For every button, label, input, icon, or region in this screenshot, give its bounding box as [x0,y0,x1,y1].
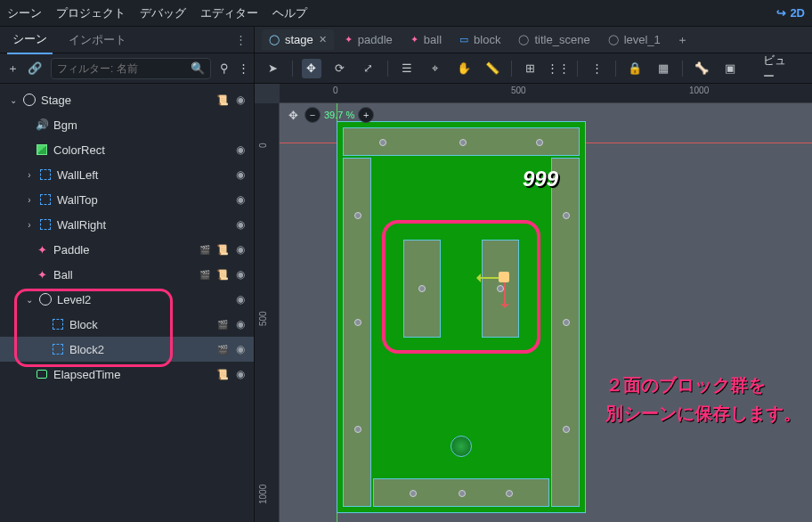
wall-top [343,127,580,156]
ruler-horizontal: 0 500 1000 [280,84,812,103]
pivot-tool-icon[interactable]: ⌖ [426,59,445,78]
tree-node-block2[interactable]: Block2 [0,337,254,362]
ruler-vertical: 0 500 1000 [255,103,280,522]
recenter-icon[interactable]: ✥ [285,109,301,122]
extra-tool-icon[interactable]: ⋮ [587,59,606,78]
wall-bottom [373,478,549,507]
filetab-paddle[interactable]: ✦paddle [337,29,400,50]
filetab-ball[interactable]: ✦ball [403,29,449,50]
filetab-title-scene[interactable]: ◯title_scene [511,29,597,50]
add-tab-icon[interactable]: ＋ [671,32,694,48]
visibility-icon[interactable] [234,268,247,281]
tree-node-stage[interactable]: ⌄ Stage 📜 [0,87,254,112]
tree-node-bgm[interactable]: Bgm [0,112,254,137]
annotation-text: ２面のブロック群を 別シーンに保存します。 [605,371,801,428]
anim-icon[interactable]: ▣ [720,59,740,78]
canvas[interactable]: 0 500 1000 0 500 1000 ✥ − 39.7 % + [255,84,812,522]
character-icon [34,243,50,257]
stage-rect: 999 [337,121,586,513]
menu-editor[interactable]: エディター [200,5,258,21]
block-1 [403,240,441,338]
score-label: 999 [523,167,558,192]
zoom-percent[interactable]: 39.7 % [324,110,354,120]
move-gizmo[interactable] [504,259,540,295]
filetab-level1[interactable]: ◯level_1 [601,29,668,50]
move-tool-icon[interactable]: ✥ [302,59,321,78]
menu-debug[interactable]: デバッグ [140,5,186,21]
instance-icon[interactable] [216,318,229,330]
pan-tool-icon[interactable]: ✋ [454,59,474,78]
filter-input[interactable] [57,62,191,75]
tree-node-ball[interactable]: Ball 📜 [0,262,254,287]
ball-sprite [451,436,472,459]
script-icon[interactable]: 📜 [216,94,229,106]
ruler-tool-icon[interactable]: 📏 [483,59,502,78]
menu-help[interactable]: ヘルプ [272,5,307,21]
lock-icon[interactable]: 🔒 [625,59,645,78]
visibility-icon[interactable] [234,368,247,380]
menubar: シーン プロジェクト デバッグ エディター ヘルプ ↪ 2D [0,0,812,27]
instance-icon[interactable] [216,343,229,355]
scene-panel: シーン インポート ⋮ ＋ 🔗 🔍 ⚲ ⋮ ⌄ Stage 📜 [0,27,255,522]
panel-more-icon[interactable]: ⋮ [235,33,247,46]
list-tool-icon[interactable]: ☰ [397,59,417,78]
rotate-tool-icon[interactable]: ⟳ [330,59,350,78]
tree-node-level2[interactable]: ⌄ Level2 [0,287,254,312]
visibility-icon[interactable] [234,193,247,206]
scale-tool-icon[interactable]: ⤢ [359,59,378,78]
visibility-icon[interactable] [234,94,247,106]
instance-icon[interactable] [199,243,211,256]
tree-node-elapsedtime[interactable]: ElapsedTime 📜 [0,362,254,387]
audio-icon [34,118,50,131]
tree-node-wallleft[interactable]: › WallLeft [0,162,254,187]
filetab-stage[interactable]: ◯ stage ✕ [262,29,334,50]
visibility-icon[interactable] [234,218,247,231]
close-icon[interactable]: ✕ [319,34,327,45]
visibility-icon[interactable] [234,243,247,256]
link-icon[interactable]: 🔗 [28,61,42,75]
bone-icon[interactable]: 🦴 [692,59,711,78]
view-dropdown[interactable]: ビュー [758,51,803,86]
group-icon[interactable]: ▦ [654,59,673,78]
tree-node-wallright[interactable]: › WallRight [0,212,254,237]
mode-2d-button[interactable]: ↪ 2D [776,6,805,20]
grid-snap-icon[interactable]: ⋮⋮ [548,59,568,78]
script-icon[interactable]: 📜 [216,368,229,380]
tree-node-block[interactable]: Block [0,312,254,337]
toolbar-more-icon[interactable]: ⋮ [238,61,249,75]
snap-icon[interactable]: ⊞ [521,59,540,78]
scene-file-tabs: ◯ stage ✕ ✦paddle ✦ball ▭block ◯title_sc… [255,27,812,53]
visibility-icon[interactable] [234,343,247,355]
visibility-icon[interactable] [234,168,247,181]
visibility-icon[interactable] [234,143,247,156]
viewport-panel: ◯ stage ✕ ✦paddle ✦ball ▭block ◯title_sc… [255,27,812,522]
instance-icon[interactable] [199,268,211,281]
search-icon: 🔍 [191,61,205,75]
zoom-in-button[interactable]: + [358,107,374,123]
scene-tree: ⌄ Stage 📜 Bgm ColorRect › WallLeft [0,84,254,522]
visibility-icon[interactable] [234,293,247,306]
tab-import[interactable]: インポート [63,27,132,53]
tab-scene[interactable]: シーン [7,26,53,54]
toolbar-extra-icon[interactable]: ⚲ [220,61,229,75]
wall-left [343,158,371,507]
script-icon[interactable]: 📜 [216,268,229,281]
zoom-out-button[interactable]: − [304,107,321,123]
menu-scene[interactable]: シーン [7,5,42,21]
select-tool-icon[interactable]: ➤ [264,59,283,78]
filter-input-wrap: 🔍 [51,58,211,79]
zoom-controls: ✥ − 39.7 % + [285,107,374,123]
tree-node-colorrect[interactable]: ColorRect [0,137,254,162]
add-node-icon[interactable]: ＋ [7,61,19,77]
filetab-block[interactable]: ▭block [452,29,508,50]
tree-node-walltop[interactable]: › WallTop [0,187,254,212]
menu-project[interactable]: プロジェクト [56,5,126,21]
visibility-icon[interactable] [234,318,247,330]
viewport-toolbar: ➤ ✥ ⟳ ⤢ ☰ ⌖ ✋ 📏 ⊞ ⋮⋮ ⋮ 🔒 ▦ 🦴 ▣ ビュー [255,53,812,84]
wall-right [551,158,580,507]
tree-node-paddle[interactable]: Paddle 📜 [0,237,254,262]
script-icon[interactable]: 📜 [216,243,229,256]
character-icon [34,268,50,281]
